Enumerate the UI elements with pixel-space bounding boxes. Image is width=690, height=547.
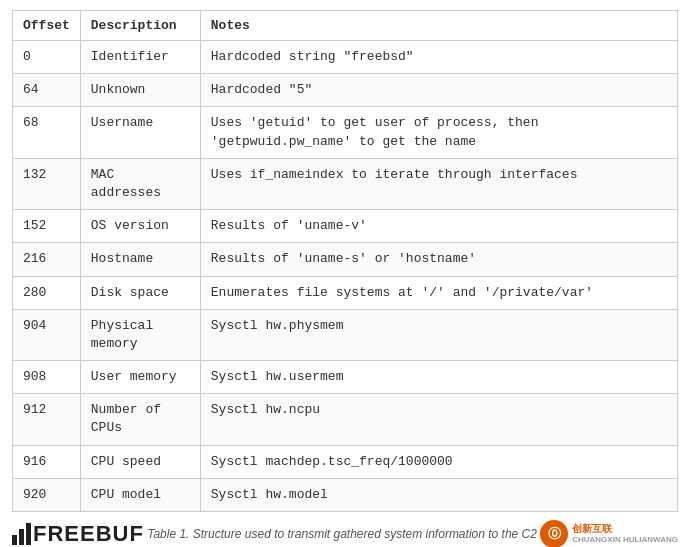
table-row: 68UsernameUses 'getuid' to get user of p…	[13, 107, 678, 158]
table-header-row: Offset Description Notes	[13, 11, 678, 41]
cell-notes: Hardcoded string "freebsd"	[200, 41, 677, 74]
bar2	[19, 529, 24, 545]
cell-description: User memory	[80, 361, 200, 394]
cell-description: OS version	[80, 210, 200, 243]
bar1	[12, 535, 17, 545]
right-logo-icon: ⓪	[540, 520, 568, 547]
cell-notes: Sysctl hw.model	[200, 478, 677, 511]
table-row: 912Number of CPUsSysctl hw.ncpu	[13, 394, 678, 445]
logo-right-container: ⓪ 创新互联 CHUANGXIN HULIANWANG	[540, 520, 678, 547]
header-notes: Notes	[200, 11, 677, 41]
table-row: 920CPU modelSysctl hw.model	[13, 478, 678, 511]
cell-notes: Hardcoded "5"	[200, 74, 677, 107]
bar3	[26, 523, 31, 545]
cell-notes: Results of 'uname-v'	[200, 210, 677, 243]
freebuf-logo-text: FREEBUF	[33, 521, 144, 547]
data-table: Offset Description Notes 0IdentifierHard…	[12, 10, 678, 512]
cell-description: Number of CPUs	[80, 394, 200, 445]
right-brand-sub: CHUANGXIN HULIANWANG	[572, 535, 678, 545]
cell-description: Identifier	[80, 41, 200, 74]
cell-offset: 216	[13, 243, 81, 276]
table-row: 216HostnameResults of 'uname-s' or 'host…	[13, 243, 678, 276]
table-caption: Table 1. Structure used to transmit gath…	[144, 527, 540, 541]
cell-offset: 908	[13, 361, 81, 394]
cell-notes: Sysctl hw.physmem	[200, 309, 677, 360]
cell-offset: 280	[13, 276, 81, 309]
header-offset: Offset	[13, 11, 81, 41]
table-row: 132MAC addressesUses if_nameindex to ite…	[13, 158, 678, 209]
cell-description: Username	[80, 107, 200, 158]
cell-offset: 68	[13, 107, 81, 158]
cell-description: CPU model	[80, 478, 200, 511]
table-row: 916CPU speedSysctl machdep.tsc_freq/1000…	[13, 445, 678, 478]
cell-notes: Uses if_nameindex to iterate through int…	[200, 158, 677, 209]
cell-description: Unknown	[80, 74, 200, 107]
table-row: 280Disk spaceEnumerates file systems at …	[13, 276, 678, 309]
right-logo-text: 创新互联 CHUANGXIN HULIANWANG	[572, 523, 678, 545]
table-row: 0IdentifierHardcoded string "freebsd"	[13, 41, 678, 74]
cell-notes: Uses 'getuid' to get user of process, th…	[200, 107, 677, 158]
cell-description: CPU speed	[80, 445, 200, 478]
cell-offset: 912	[13, 394, 81, 445]
footer: FREEBUF Table 1. Structure used to trans…	[0, 514, 690, 547]
cell-notes: Enumerates file systems at '/' and '/pri…	[200, 276, 677, 309]
cell-offset: 904	[13, 309, 81, 360]
cell-description: Hostname	[80, 243, 200, 276]
cell-notes: Sysctl machdep.tsc_freq/1000000	[200, 445, 677, 478]
cell-offset: 916	[13, 445, 81, 478]
table-container: Offset Description Notes 0IdentifierHard…	[0, 0, 690, 512]
right-brand-name: 创新互联	[572, 523, 678, 535]
table-row: 904Physical memorySysctl hw.physmem	[13, 309, 678, 360]
table-row: 64UnknownHardcoded "5"	[13, 74, 678, 107]
cell-description: Physical memory	[80, 309, 200, 360]
table-row: 908User memorySysctl hw.usermem	[13, 361, 678, 394]
cell-offset: 64	[13, 74, 81, 107]
cell-notes: Results of 'uname-s' or 'hostname'	[200, 243, 677, 276]
freebuf-bars-icon	[12, 523, 31, 545]
cell-description: MAC addresses	[80, 158, 200, 209]
header-description: Description	[80, 11, 200, 41]
cell-notes: Sysctl hw.ncpu	[200, 394, 677, 445]
cell-offset: 920	[13, 478, 81, 511]
table-row: 152OS versionResults of 'uname-v'	[13, 210, 678, 243]
cell-offset: 0	[13, 41, 81, 74]
logo-freebuf-container: FREEBUF	[12, 521, 144, 547]
cell-notes: Sysctl hw.usermem	[200, 361, 677, 394]
cell-offset: 152	[13, 210, 81, 243]
cell-description: Disk space	[80, 276, 200, 309]
cell-offset: 132	[13, 158, 81, 209]
